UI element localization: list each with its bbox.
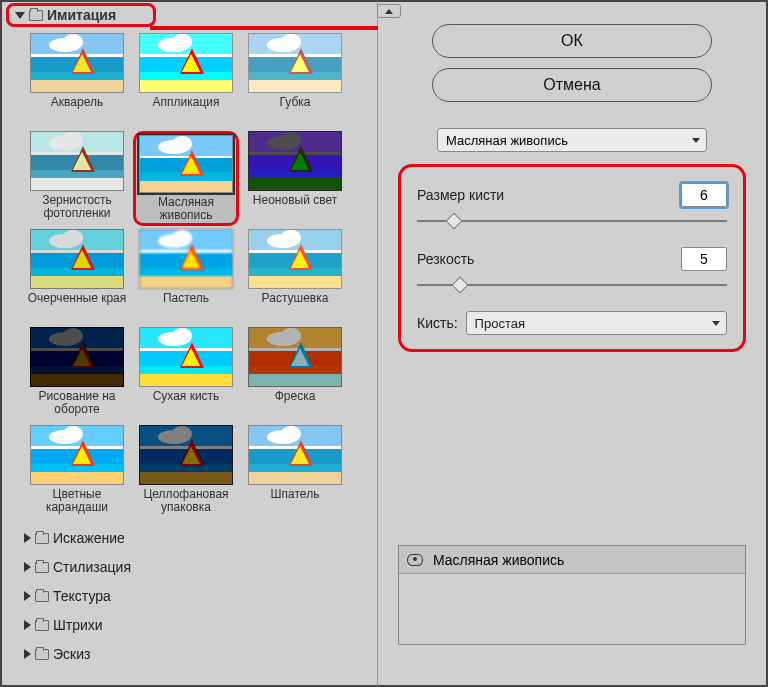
preset-selected-label: Масляная живопись <box>446 133 568 148</box>
filter-gallery-panel: Имитация Акварель Аппликация Губка Зерни… <box>0 0 378 687</box>
category-header-texture[interactable]: Текстура <box>18 584 377 608</box>
filter-thumb-plastic-wrap[interactable]: Целлофановая упаковка <box>133 425 239 520</box>
filter-label: Растушевка <box>242 289 348 305</box>
filter-thumb-palette-knife[interactable]: Шпатель <box>242 425 348 520</box>
filter-thumb-dry-brush[interactable]: Сухая кисть <box>133 327 239 422</box>
sharpness-slider[interactable] <box>417 277 727 293</box>
category-header-stylize[interactable]: Стилизация <box>18 555 377 579</box>
filter-label: Шпатель <box>242 485 348 501</box>
category-label: Стилизация <box>53 559 131 575</box>
folder-icon <box>29 10 43 21</box>
filter-label: Сухая кисть <box>133 387 239 403</box>
brush-size-label: Размер кисти <box>417 187 504 203</box>
filter-thumb-smudge[interactable]: Растушевка <box>242 229 348 324</box>
filter-thumb-film-grain[interactable]: Зернистость фотопленки <box>24 131 130 226</box>
filter-label: Аппликация <box>133 93 239 109</box>
ok-button-label: ОК <box>561 32 583 50</box>
chevron-right-icon <box>24 620 31 630</box>
folder-icon <box>35 591 49 602</box>
filter-grid: Акварель Аппликация Губка Зернистость фо… <box>2 27 377 520</box>
subcategory-list: Искажение Стилизация Текстура Штрихи Эск… <box>2 520 377 676</box>
category-label: Эскиз <box>53 646 90 662</box>
category-header-strokes[interactable]: Штрихи <box>18 613 377 637</box>
filter-label: Цветные карандаши <box>24 485 130 514</box>
effect-stack-item-label: Масляная живопись <box>433 552 564 568</box>
category-label: Искажение <box>53 530 125 546</box>
effect-stack: Масляная живопись <box>398 545 746 645</box>
brush-size-input[interactable] <box>681 183 727 207</box>
brush-type-select[interactable]: Простая <box>466 311 727 335</box>
chevron-right-icon <box>24 533 31 543</box>
filter-label: Целлофановая упаковка <box>133 485 239 514</box>
chevron-down-icon <box>712 321 720 326</box>
filter-label: Масляная живопись <box>137 193 235 222</box>
filter-label: Неоновый свет <box>242 191 348 207</box>
chevron-down-icon <box>692 138 700 143</box>
brush-size-slider[interactable] <box>417 213 727 229</box>
filter-thumb-fresco[interactable]: Фреска <box>242 327 348 422</box>
filter-parameters: Размер кисти Резкость Кисть: Простая <box>398 164 746 352</box>
chevron-down-icon <box>15 12 25 19</box>
category-label: Штрихи <box>53 617 103 633</box>
filter-label: Акварель <box>24 93 130 109</box>
ok-button[interactable]: ОК <box>432 24 712 58</box>
folder-icon <box>35 649 49 660</box>
visibility-eye-icon[interactable] <box>407 554 423 566</box>
effect-stack-row[interactable]: Масляная живопись <box>399 546 745 574</box>
filter-thumb-aquarelle[interactable]: Акварель <box>24 33 130 128</box>
filter-label: Зернистость фотопленки <box>24 191 130 220</box>
expand-options-button[interactable] <box>377 4 401 18</box>
filter-thumb-sponge[interactable]: Губка <box>242 33 348 128</box>
filter-label: Очерченные края <box>24 289 130 305</box>
filter-thumb-underpainting[interactable]: Рисование на обороте <box>24 327 130 422</box>
filter-preset-select[interactable]: Масляная живопись <box>437 128 707 152</box>
brush-type-value: Простая <box>475 316 525 331</box>
filter-thumb-paint-daubs[interactable]: Масляная живопись <box>133 131 239 226</box>
category-label: Текстура <box>53 588 111 604</box>
filter-thumb-applique[interactable]: Аппликация <box>133 33 239 128</box>
filter-thumb-colored-pencil[interactable]: Цветные карандаши <box>24 425 130 520</box>
filter-thumb-neon-glow[interactable]: Неоновый свет <box>242 131 348 226</box>
cancel-button[interactable]: Отмена <box>432 68 712 102</box>
category-label: Имитация <box>47 7 116 23</box>
chevron-right-icon <box>24 649 31 659</box>
sharpness-input[interactable] <box>681 247 727 271</box>
filter-thumb-pastels[interactable]: Пастель <box>133 229 239 324</box>
filter-label: Рисование на обороте <box>24 387 130 416</box>
category-header-distort[interactable]: Искажение <box>18 526 377 550</box>
chevron-right-icon <box>24 591 31 601</box>
filter-thumb-poster-edges[interactable]: Очерченные края <box>24 229 130 324</box>
filter-label: Губка <box>242 93 348 109</box>
filter-label: Фреска <box>242 387 348 403</box>
folder-icon <box>35 620 49 631</box>
options-panel: ОК Отмена Масляная живопись Размер кисти… <box>378 0 768 687</box>
chevron-up-icon <box>385 9 393 14</box>
folder-icon <box>35 533 49 544</box>
sharpness-label: Резкость <box>417 251 474 267</box>
category-header-sketch[interactable]: Эскиз <box>18 642 377 666</box>
cancel-button-label: Отмена <box>543 76 600 94</box>
category-header-imitation[interactable]: Имитация <box>6 3 156 27</box>
chevron-right-icon <box>24 562 31 572</box>
folder-icon <box>35 562 49 573</box>
brush-type-label: Кисть: <box>417 315 458 331</box>
filter-label: Пастель <box>133 289 239 305</box>
